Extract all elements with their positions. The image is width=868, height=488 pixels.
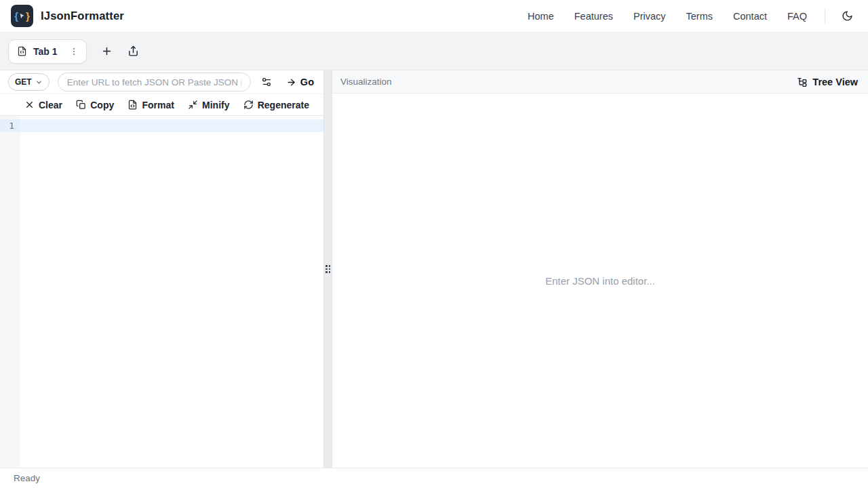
editor-toolbar: Clear Copy Format xyxy=(0,94,323,116)
visualization-title: Visualization xyxy=(340,77,392,87)
status-bar: Ready xyxy=(0,468,868,488)
active-line-highlight xyxy=(20,119,323,132)
nav-features[interactable]: Features xyxy=(574,11,613,22)
copy-button[interactable]: Copy xyxy=(76,100,114,110)
visualization-content: Enter JSON into editor... xyxy=(332,94,868,468)
request-bar: GET Go xyxy=(0,70,323,94)
brand: { } IJsonFormatter xyxy=(11,5,124,27)
visualization-panel: Visualization Tree View Enter JSON into … xyxy=(332,70,868,468)
minify-button[interactable]: Minify xyxy=(188,100,229,110)
grip-dots-icon xyxy=(326,265,330,273)
share-upload-icon xyxy=(127,45,139,57)
tree-structure-icon xyxy=(797,77,808,87)
main-area: GET Go xyxy=(0,70,868,468)
clear-button-label: Clear xyxy=(39,100,62,110)
minify-button-label: Minify xyxy=(202,100,229,110)
x-icon xyxy=(24,100,35,110)
cursor-pointer-icon xyxy=(19,13,25,19)
code-area[interactable] xyxy=(20,116,323,468)
copy-icon xyxy=(76,100,86,110)
regenerate-button-label: Regenerate xyxy=(258,100,309,110)
tree-view-label: Tree View xyxy=(812,77,858,87)
refresh-icon xyxy=(243,100,254,110)
empty-state-message: Enter JSON into editor... xyxy=(545,275,655,287)
visualization-header: Visualization Tree View xyxy=(332,70,868,94)
clear-button[interactable]: Clear xyxy=(24,100,62,110)
line-number: 1 xyxy=(0,119,20,132)
go-button-label: Go xyxy=(300,77,314,87)
app-title: IJsonFormatter xyxy=(41,9,124,22)
go-button[interactable]: Go xyxy=(286,77,314,87)
plus-icon xyxy=(101,45,113,57)
share-tab-button[interactable] xyxy=(125,43,142,60)
tab-label: Tab 1 xyxy=(33,46,58,57)
settings-sliders-icon xyxy=(261,77,272,87)
nav-faq[interactable]: FAQ xyxy=(787,11,807,22)
panel-resize-splitter[interactable] xyxy=(323,70,332,468)
copy-button-label: Copy xyxy=(90,100,114,110)
moon-icon xyxy=(842,10,853,22)
app-logo-icon: { } xyxy=(11,5,33,27)
main-nav: Home Features Privacy Terms Contact FAQ xyxy=(528,11,807,22)
request-options-button[interactable] xyxy=(259,75,274,89)
tab-menu-button[interactable] xyxy=(66,45,81,58)
nav-home[interactable]: Home xyxy=(528,11,554,22)
minimize-arrows-icon xyxy=(188,100,198,110)
format-button[interactable]: Format xyxy=(127,100,174,110)
url-input[interactable] xyxy=(58,73,251,92)
nav-privacy[interactable]: Privacy xyxy=(633,11,666,22)
line-number-gutter: 1 xyxy=(0,116,20,468)
nav-divider xyxy=(825,9,825,24)
file-json-icon xyxy=(17,46,27,56)
dark-mode-toggle[interactable] xyxy=(839,7,856,24)
status-text: Ready xyxy=(14,473,40,483)
chevron-down-icon xyxy=(35,79,43,86)
tree-view-button[interactable]: Tree View xyxy=(797,77,858,87)
editor-panel: GET Go xyxy=(0,70,323,468)
tab-item[interactable]: Tab 1 xyxy=(8,39,87,64)
kebab-menu-icon xyxy=(69,47,79,56)
tab-bar: Tab 1 xyxy=(0,33,868,70)
file-code-icon xyxy=(127,100,138,110)
http-method-value: GET xyxy=(15,77,32,87)
nav-contact[interactable]: Contact xyxy=(733,11,767,22)
add-tab-button[interactable] xyxy=(98,43,115,60)
json-code-editor[interactable]: 1 xyxy=(0,116,323,468)
format-button-label: Format xyxy=(142,100,174,110)
regenerate-button[interactable]: Regenerate xyxy=(243,100,309,110)
arrow-right-icon xyxy=(286,77,296,87)
app-header: { } IJsonFormatter Home Features Privacy… xyxy=(0,0,868,33)
http-method-dropdown[interactable]: GET xyxy=(8,73,50,91)
nav-terms[interactable]: Terms xyxy=(686,11,713,22)
